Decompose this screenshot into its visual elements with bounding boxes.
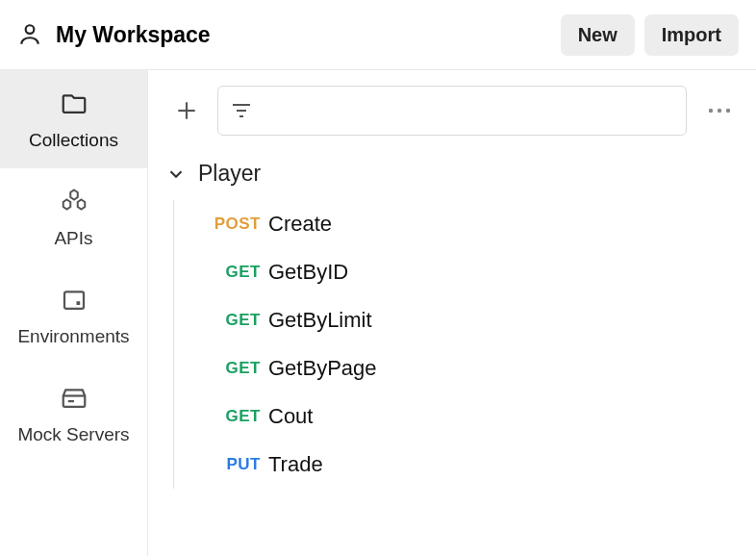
request-item[interactable]: GET GetByPage <box>178 344 743 392</box>
sidebar-item-label: Environments <box>17 326 129 347</box>
svg-marker-1 <box>70 190 78 200</box>
method-badge: GET <box>178 311 268 330</box>
request-name: GetByPage <box>268 356 377 381</box>
hexagons-icon <box>60 188 88 216</box>
svg-marker-3 <box>77 200 85 210</box>
filter-icon <box>230 99 253 122</box>
server-icon <box>60 384 88 413</box>
main: Player POST Create GET GetByID GET GetBy… <box>148 70 756 556</box>
svg-point-14 <box>718 109 721 113</box>
folder-name: Player <box>198 161 261 187</box>
svg-marker-2 <box>63 200 70 210</box>
collection-tree: Player POST Create GET GetByID GET GetBy… <box>158 145 743 489</box>
svg-point-13 <box>709 109 713 113</box>
method-badge: GET <box>178 359 268 378</box>
svg-point-0 <box>26 25 35 34</box>
request-item[interactable]: GET GetByID <box>178 248 743 296</box>
more-horizontal-icon <box>706 101 733 120</box>
svg-rect-4 <box>64 291 84 309</box>
header-right: New Import <box>561 14 739 56</box>
svg-point-15 <box>726 109 730 113</box>
sidebar-item-environments[interactable]: Environments <box>0 266 147 365</box>
plus-icon <box>174 98 199 123</box>
filter-input[interactable] <box>217 86 687 136</box>
svg-rect-5 <box>76 301 80 305</box>
request-item[interactable]: GET GetByLimit <box>178 296 743 344</box>
sidebar-item-label: APIs <box>54 228 92 249</box>
collection-folder[interactable]: Player <box>165 155 743 192</box>
header-left: My Workspace <box>17 22 211 48</box>
person-icon <box>17 22 42 47</box>
sidebar-item-label: Mock Servers <box>17 424 129 445</box>
sidebar-item-apis[interactable]: APIs <box>0 168 147 266</box>
add-button[interactable] <box>165 89 208 132</box>
request-list: POST Create GET GetByID GET GetByLimit G… <box>173 200 743 489</box>
folder-icon <box>60 89 88 118</box>
sidebar-item-mock-servers[interactable]: Mock Servers <box>0 365 147 463</box>
request-item[interactable]: PUT Trade <box>178 441 743 489</box>
request-name: GetByLimit <box>268 308 372 333</box>
chevron-down-icon <box>165 164 187 185</box>
import-button[interactable]: Import <box>644 14 739 56</box>
environment-icon <box>60 286 88 315</box>
request-name: Cout <box>268 404 313 429</box>
request-name: GetByID <box>268 260 348 285</box>
more-options-button[interactable] <box>696 91 743 130</box>
method-badge: POST <box>178 215 268 234</box>
new-button[interactable]: New <box>561 14 635 56</box>
request-item[interactable]: POST Create <box>178 200 743 248</box>
body: Collections APIs Environments <box>0 69 756 556</box>
sidebar-item-collections[interactable]: Collections <box>0 70 147 168</box>
method-badge: GET <box>178 407 268 426</box>
request-item[interactable]: GET Cout <box>178 392 743 441</box>
request-name: Trade <box>268 452 323 477</box>
method-badge: GET <box>178 263 268 282</box>
workspace-title[interactable]: My Workspace <box>56 22 211 48</box>
method-badge: PUT <box>178 455 268 474</box>
main-toolbar <box>158 80 743 145</box>
header: My Workspace New Import <box>0 0 756 69</box>
sidebar: Collections APIs Environments <box>0 70 148 556</box>
request-name: Create <box>268 212 332 237</box>
sidebar-item-label: Collections <box>29 130 118 151</box>
